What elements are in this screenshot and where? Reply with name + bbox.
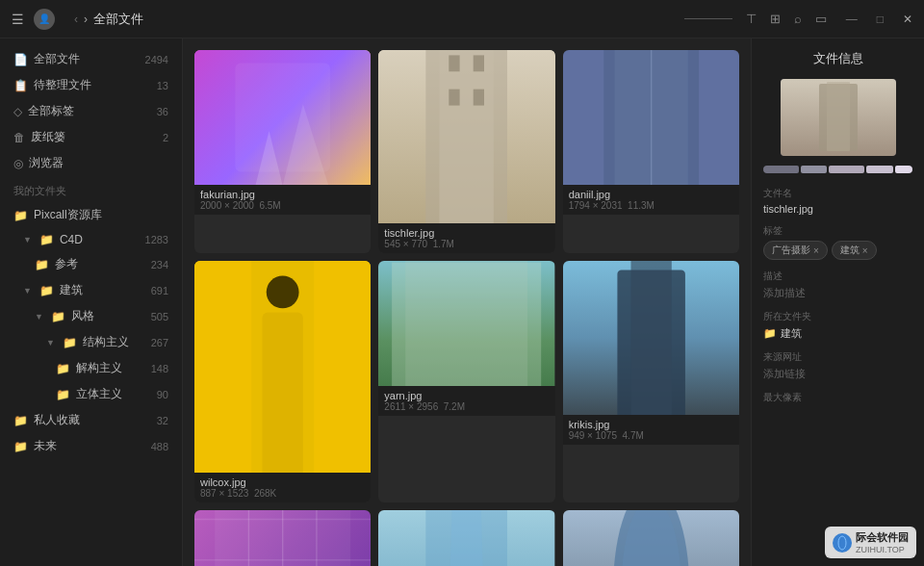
photo-item-purple-building[interactable] bbox=[194, 510, 371, 566]
photo-meta: 887 × 1523 268K bbox=[200, 488, 365, 499]
sidebar-item-pending[interactable]: 📋 待整理文件 13 bbox=[0, 72, 182, 98]
title-separator bbox=[684, 18, 732, 19]
sidebar-item-style[interactable]: ▼ 📁 风格 505 bbox=[0, 303, 182, 329]
nav-back-icon[interactable]: ‹ bbox=[74, 13, 78, 26]
filename-label: 文件名 bbox=[763, 187, 912, 200]
svg-point-17 bbox=[267, 276, 299, 309]
photo-item-daniil[interactable]: daniil.jpg 1794 × 2031 11.3M bbox=[563, 50, 739, 253]
titlebar-tools: ⊤ ⊞ ⌕ ▭ — □ ✕ bbox=[684, 12, 912, 26]
sidebar-label: 立体主义 bbox=[76, 386, 151, 402]
photo-name: daniil.jpg bbox=[569, 189, 733, 200]
sidebar-count: 267 bbox=[151, 337, 168, 348]
info-section-desc: 描述 添加描述 bbox=[763, 270, 912, 300]
sidebar-label: Pixcall资源库 bbox=[34, 207, 168, 223]
sidebar-item-structurism[interactable]: ▼ 📁 结构主义 267 bbox=[0, 329, 182, 355]
search-icon[interactable]: ⌕ bbox=[794, 12, 802, 26]
svg-marker-36 bbox=[447, 510, 487, 566]
tag-label: 建筑 bbox=[840, 244, 860, 257]
sidebar-count: 36 bbox=[157, 106, 168, 117]
avatar[interactable]: 👤 bbox=[34, 9, 55, 30]
sidebar-item-architecture[interactable]: ▼ 📁 建筑 691 bbox=[0, 277, 182, 303]
sidebar-section-my-folders: 我的文件夹 bbox=[0, 176, 182, 202]
photo-info: krikis.jpg 949 × 1075 4.7M bbox=[563, 415, 739, 445]
photo-name: wilcox.jpg bbox=[200, 476, 365, 488]
stereo-icon: 📁 bbox=[56, 388, 70, 401]
sidebar-label: 风格 bbox=[71, 308, 145, 324]
close-button[interactable]: ✕ bbox=[903, 13, 912, 26]
sidebar-count: 2494 bbox=[145, 54, 168, 65]
sidebar-count: 90 bbox=[157, 389, 168, 400]
tag-remove-icon[interactable]: × bbox=[813, 245, 819, 256]
watermark-logo bbox=[833, 533, 852, 553]
tag-remove-icon[interactable]: × bbox=[862, 245, 868, 256]
photo-info: fakurian.jpg 2000 × 2000 6.5M bbox=[194, 185, 371, 215]
source-add-link[interactable]: 添加链接 bbox=[763, 367, 912, 381]
photo-item-krikis[interactable]: krikis.jpg 949 × 1075 4.7M bbox=[563, 261, 739, 502]
sidebar-label: 全部文件 bbox=[34, 51, 140, 67]
sidebar-label: 浏览器 bbox=[29, 155, 168, 171]
svg-rect-9 bbox=[449, 90, 460, 106]
grid-icon[interactable]: ⊞ bbox=[770, 12, 781, 26]
sidebar-label: 解构主义 bbox=[76, 360, 145, 376]
photo-info: tischler.jpg 545 × 770 1.7M bbox=[378, 223, 554, 253]
photo-thumbnail bbox=[563, 510, 739, 566]
sidebar-label: 参考 bbox=[55, 256, 145, 272]
photo-thumbnail bbox=[194, 510, 371, 566]
resolution-label: 最大像素 bbox=[763, 391, 912, 404]
sidebar-item-all-files[interactable]: 📄 全部文件 2494 bbox=[0, 46, 182, 72]
expand-arrow-icon: ▼ bbox=[23, 286, 32, 296]
color-seg-2 bbox=[801, 166, 828, 173]
sidebar-item-all-tags[interactable]: ◇ 全部标签 36 bbox=[0, 98, 182, 124]
titlebar: ☰ 👤 ‹ › 全部文件 ⊤ ⊞ ⌕ ▭ — □ ✕ bbox=[0, 0, 924, 39]
folder-label: 所在文件夹 bbox=[763, 310, 912, 323]
photo-item-raitis[interactable]: raitis.jpg 1377 × 1559 9.1M bbox=[563, 510, 739, 566]
right-panel: 文件信息 文件名 bbox=[751, 39, 924, 566]
svg-rect-3 bbox=[235, 64, 330, 172]
tag-architecture[interactable]: 建筑 × bbox=[832, 241, 877, 260]
photo-thumbnail bbox=[194, 50, 371, 185]
photo-thumbnail bbox=[378, 261, 554, 386]
photo-name: krikis.jpg bbox=[569, 419, 733, 430]
tag-ad-photo[interactable]: 广告摄影 × bbox=[763, 241, 828, 260]
preview-thumbnail bbox=[781, 79, 896, 156]
sidebar-item-trash[interactable]: 🗑 废纸篓 2 bbox=[0, 124, 182, 150]
photo-thumbnail bbox=[378, 510, 554, 566]
sidebar-item-pixcall[interactable]: 📁 Pixcall资源库 bbox=[0, 202, 182, 228]
minimize-button[interactable]: — bbox=[846, 13, 858, 26]
sidebar: 📄 全部文件 2494 📋 待整理文件 13 ◇ 全部标签 36 🗑 废纸篓 2… bbox=[0, 39, 183, 566]
sidebar-item-stereoscope[interactable]: 📁 立体主义 90 bbox=[0, 381, 182, 407]
photo-item-budka[interactable]: budka.jpg 595 × 1021 3.4M bbox=[378, 510, 554, 566]
sidebar-count: 234 bbox=[151, 259, 168, 270]
photo-name: yarn.jpg bbox=[384, 390, 549, 401]
desc-add-link[interactable]: 添加描述 bbox=[763, 286, 912, 300]
sidebar-label: 废纸篓 bbox=[31, 129, 157, 145]
menu-icon[interactable]: ☰ bbox=[12, 12, 24, 27]
sidebar-item-future[interactable]: 📁 未来 488 bbox=[0, 433, 182, 459]
photo-item-wilcox[interactable]: wilcox.jpg 887 × 1523 268K bbox=[194, 261, 371, 502]
photo-meta: 1794 × 2031 11.3M bbox=[569, 200, 733, 211]
photo-meta: 545 × 770 1.7M bbox=[384, 239, 549, 249]
panel-title: 文件信息 bbox=[763, 50, 912, 67]
photo-item-yarn[interactable]: yarn.jpg 2611 × 2956 7.2M bbox=[378, 261, 554, 502]
info-section-folder: 所在文件夹 📁 建筑 bbox=[763, 310, 912, 341]
sidebar-item-c4d-ref[interactable]: 📁 参考 234 bbox=[0, 251, 182, 277]
photo-item-tischler[interactable]: tischler.jpg 545 × 770 1.7M bbox=[378, 50, 554, 253]
nav-forward-icon[interactable]: › bbox=[84, 13, 88, 26]
tags-icon: ◇ bbox=[13, 105, 22, 118]
view-icon[interactable]: ▭ bbox=[815, 12, 827, 26]
sidebar-item-private[interactable]: 📁 私人收藏 32 bbox=[0, 407, 182, 433]
main-layout: 📄 全部文件 2494 📋 待整理文件 13 ◇ 全部标签 36 🗑 废纸篓 2… bbox=[0, 39, 924, 566]
sidebar-item-c4d[interactable]: ▼ 📁 C4D 1283 bbox=[0, 228, 182, 251]
filter-icon[interactable]: ⊤ bbox=[746, 12, 757, 26]
style-icon: 📁 bbox=[51, 310, 65, 323]
pixcall-icon: 📁 bbox=[13, 209, 28, 222]
color-seg-4 bbox=[866, 166, 893, 173]
maximize-button[interactable]: □ bbox=[877, 13, 884, 26]
folder-name: 建筑 bbox=[781, 326, 802, 341]
sidebar-item-browser[interactable]: ◎ 浏览器 bbox=[0, 150, 182, 176]
sidebar-item-deconstructivism[interactable]: 📁 解构主义 148 bbox=[0, 355, 182, 381]
photo-item-fakurian[interactable]: fakurian.jpg 2000 × 2000 6.5M bbox=[194, 50, 371, 253]
color-seg-1 bbox=[763, 166, 799, 173]
photo-thumbnail bbox=[378, 50, 554, 223]
info-section-filename: 文件名 tischler.jpg bbox=[763, 187, 912, 215]
